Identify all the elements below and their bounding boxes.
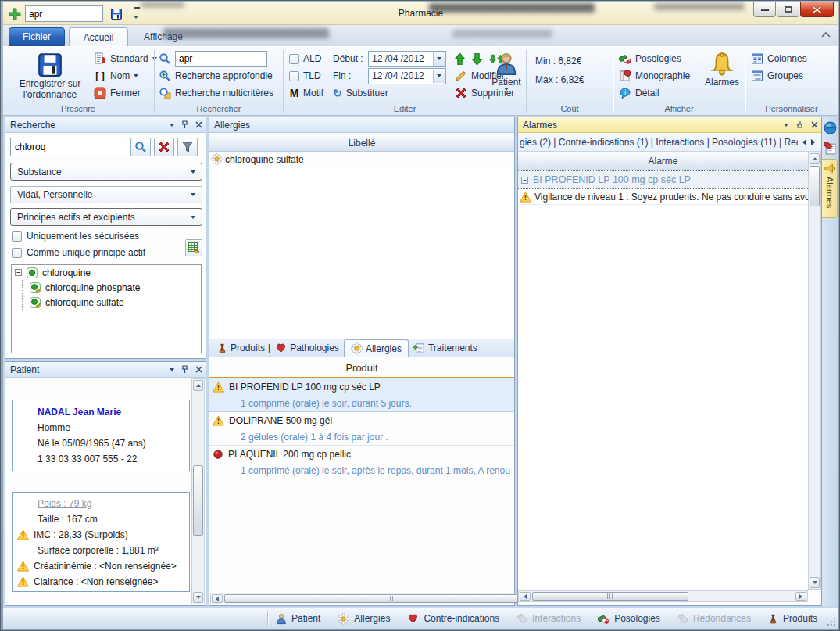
- nom-button[interactable]: [ ] Nom: [94, 67, 157, 84]
- tree-item-child[interactable]: chloroquine phosphate: [23, 280, 201, 295]
- close-icon[interactable]: [811, 121, 818, 128]
- search-icon[interactable]: [159, 52, 171, 65]
- product-row[interactable]: PLAQUENIL 200 mg cp pellic 1 comprimé (o…: [209, 446, 514, 479]
- arrow-down-icon[interactable]: [472, 53, 482, 65]
- ribbon-group-cout: Min : 6,82€ Max : 6,82€ Coût: [527, 47, 612, 115]
- filter-button[interactable]: [177, 138, 198, 156]
- tab-accueil[interactable]: Accueil: [69, 27, 128, 46]
- tree-item-root[interactable]: chloroquine: [12, 265, 201, 280]
- scope-dropdown[interactable]: Principes actifs et excipients: [10, 208, 202, 226]
- date-dropdown-button[interactable]: [433, 52, 445, 66]
- recherche-approfondie-button[interactable]: Recherche approfondie: [159, 67, 273, 84]
- status-allergies[interactable]: Allergies: [338, 613, 390, 625]
- allergy-row[interactable]: chloroquine sulfate: [209, 152, 514, 167]
- date-dropdown-button[interactable]: [433, 70, 445, 83]
- produit-column-header[interactable]: Produit: [209, 357, 514, 378]
- alarme-column-header[interactable]: Alarme: [518, 152, 808, 170]
- panel-menu-icon[interactable]: [170, 368, 174, 371]
- allergies-empty-area: [209, 167, 514, 339]
- collapse-expander-icon[interactable]: [15, 269, 22, 276]
- svg-text:!: !: [524, 194, 527, 202]
- close-icon[interactable]: [195, 121, 202, 128]
- heart-icon: [407, 613, 419, 624]
- posologies-button[interactable]: Posologies: [619, 50, 690, 67]
- alarmes-vscrollbar[interactable]: [808, 152, 821, 590]
- alarm-group-row[interactable]: BI PROFENID LP 100 mg cp séc LP: [518, 170, 808, 189]
- arrow-up-icon[interactable]: [455, 53, 465, 65]
- tab-pathologies[interactable]: Pathologies: [270, 342, 344, 353]
- panel-title: Patient: [10, 364, 39, 375]
- status-patient[interactable]: Patient: [276, 613, 320, 625]
- search-type-dropdown[interactable]: Substance: [10, 163, 202, 181]
- tab-produits[interactable]: Produits: [214, 342, 268, 354]
- horn-icon: [824, 163, 835, 174]
- fin-date-input[interactable]: 12 /04 /2012: [368, 68, 446, 84]
- pin-icon[interactable]: [181, 120, 188, 129]
- produit-hscrollbar[interactable]: [210, 593, 513, 604]
- fermer-button[interactable]: Fermer: [94, 84, 157, 102]
- securisees-checkbox[interactable]: Uniquement les sécurisées: [12, 231, 139, 242]
- scroll-right-icon[interactable]: [810, 138, 817, 146]
- detail-button[interactable]: i Détail: [619, 84, 690, 102]
- alarm-alert-row[interactable]: ! Vigilance de niveau 1 : Soyez prudents…: [518, 189, 808, 205]
- help-button[interactable]: [820, 118, 839, 137]
- debut-date-input[interactable]: 12 /04 /2012: [368, 51, 446, 67]
- panel-menu-icon[interactable]: [784, 124, 788, 127]
- close-icon[interactable]: [195, 366, 202, 373]
- alarmes-button[interactable]: Alarmes: [702, 48, 742, 88]
- alarm-category-tabs[interactable]: gies (2) | Contre-indications (1) | Inte…: [518, 133, 821, 152]
- tab-allergies[interactable]: Allergies: [344, 339, 409, 357]
- group-label: Afficher: [614, 104, 744, 113]
- pin-horizontal-icon[interactable]: [795, 121, 804, 128]
- status-contre-indications[interactable]: Contre-indications: [407, 613, 499, 624]
- groupes-button[interactable]: Groupes: [751, 67, 807, 84]
- minimize-icon: [761, 9, 769, 11]
- libelle-column-header[interactable]: Libellé: [209, 133, 514, 152]
- status-produits[interactable]: Produits: [768, 613, 817, 625]
- colonnes-button[interactable]: Colonnes: [751, 50, 807, 67]
- substance-search-input[interactable]: [10, 138, 127, 156]
- close-button[interactable]: [800, 2, 834, 17]
- ribbon-search-input[interactable]: [175, 51, 267, 67]
- export-table-button[interactable]: [185, 239, 202, 256]
- tld-checkbox[interactable]: TLD: [289, 67, 323, 84]
- status-posologies[interactable]: Posologies: [598, 613, 660, 625]
- heart-icon: [275, 342, 287, 353]
- clear-search-button[interactable]: [154, 138, 174, 156]
- book-icon: [619, 70, 631, 82]
- collapse-expander-icon[interactable]: [521, 177, 528, 184]
- tab-traitements[interactable]: Traitements: [409, 342, 482, 354]
- collapse-ribbon-icon[interactable]: [821, 31, 831, 38]
- pin-icon[interactable]: [181, 365, 188, 374]
- edit-document-button[interactable]: [820, 138, 839, 157]
- cout-min: Min : 6,82€: [535, 56, 581, 66]
- scroll-left-icon[interactable]: [801, 138, 807, 146]
- substituer-button[interactable]: ↻ Substituer: [333, 84, 446, 102]
- ald-checkbox[interactable]: ALD: [289, 50, 323, 67]
- motif-button[interactable]: MMotif: [289, 84, 323, 102]
- product-row[interactable]: ! DOLIPRANE 500 mg gél 2 gélules (orale)…: [209, 412, 514, 446]
- launch-search-button[interactable]: [130, 138, 151, 156]
- patient-scrollbar[interactable]: [191, 378, 205, 604]
- source-dropdown[interactable]: Vidal, Personnelle: [10, 186, 202, 203]
- save-prescription-button[interactable]: Enregistrer sur l'ordonnance: [9, 48, 91, 100]
- standard-button[interactable]: Standard: [94, 50, 157, 67]
- patient-button[interactable]: Patient: [489, 48, 524, 91]
- poids-link[interactable]: Poids : 79 kg: [38, 498, 91, 509]
- surface-value: Surface corporelle : 1,881 m²: [17, 543, 189, 558]
- red-x-icon: [94, 87, 106, 99]
- tab-fichier[interactable]: Fichier: [9, 27, 65, 46]
- alarmes-side-tab[interactable]: Alarmes: [822, 159, 838, 218]
- minimize-button[interactable]: [753, 2, 776, 17]
- monographie-button[interactable]: Monographie: [619, 67, 690, 84]
- product-row[interactable]: ! BI PROFENID LP 100 mg cp séc LP 1 comp…: [209, 378, 514, 412]
- tree-item-child[interactable]: chloroquine sulfate: [23, 295, 201, 310]
- panel-menu-icon[interactable]: [170, 124, 174, 127]
- person-icon: [276, 613, 287, 625]
- recherche-multicriteres-button[interactable]: Recherche multicritères: [159, 84, 273, 102]
- principe-actif-checkbox[interactable]: Comme unique principe actif: [12, 247, 145, 258]
- alarmes-hscrollbar[interactable]: [518, 590, 808, 602]
- maximize-button[interactable]: [777, 2, 799, 17]
- group-label: Prescrire: [3, 104, 153, 113]
- resize-grip[interactable]: [827, 617, 836, 626]
